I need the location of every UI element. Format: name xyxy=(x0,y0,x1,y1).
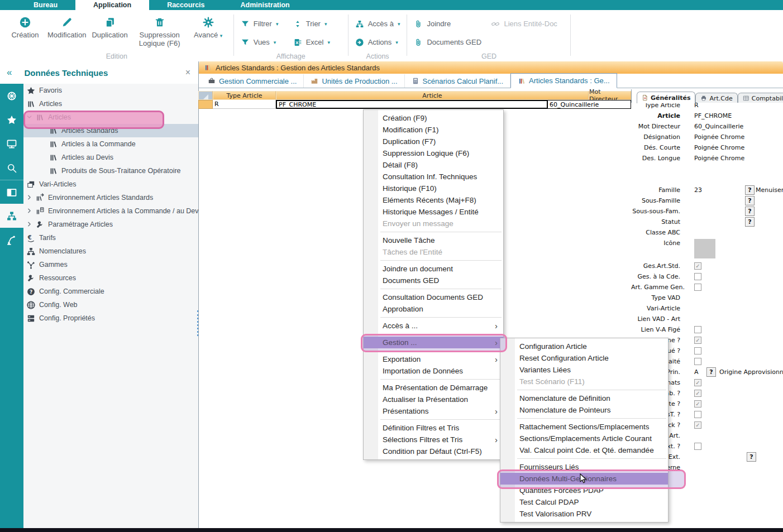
tree-item-environnement-articles-standards[interactable]: Environnement Articles Standards xyxy=(23,191,198,204)
checkbox-achats[interactable]: ✓ xyxy=(694,379,701,386)
tree-item-favoris[interactable]: Favoris xyxy=(23,84,198,97)
rail-icon-sitemap[interactable] xyxy=(0,204,23,228)
context-menu-item-acces-a[interactable]: Accès à ...› xyxy=(364,320,503,332)
grid-header-mot-directeur[interactable]: Mot Directeur xyxy=(589,91,631,100)
tree-item-articles-a-la-commande[interactable]: Articles à la Commande xyxy=(23,137,198,151)
checkbox-ges-a-la-cde[interactable] xyxy=(694,273,701,280)
grid-cell-type-article[interactable]: R xyxy=(213,100,276,109)
ribbon-button-vues[interactable]: Vues▾ xyxy=(241,38,289,47)
ribbon-button-suppression-logique-f6[interactable]: Suppression Logique (F6) xyxy=(131,12,189,49)
grid-select-all[interactable] xyxy=(198,91,213,100)
submenu-item-nomenclature-de-pointeurs[interactable]: Nomenclature de Pointeurs xyxy=(500,404,668,416)
panel-tab-art-cde[interactable]: Art.Cde xyxy=(695,93,737,103)
context-menu-item-historique-messages-entite[interactable]: Historique Messages / Entité xyxy=(364,206,503,218)
rail-icon-search[interactable] xyxy=(0,156,23,180)
close-sidebar-icon[interactable]: × xyxy=(185,68,190,78)
ribbon-button-duplication[interactable]: Duplication xyxy=(89,12,130,49)
grid-row-selector[interactable] xyxy=(198,100,213,109)
submenu-item-test-calcul-pdap[interactable]: Test Calcul PDAP xyxy=(500,496,668,508)
context-menu-item-ma-presentation-de-demarrage[interactable]: Ma Présentation de Démarrage xyxy=(364,382,503,394)
ribbon-button-modification[interactable]: Modification xyxy=(45,12,89,49)
tree-item-articles-au-devis[interactable]: Articles au Devis xyxy=(23,151,198,164)
checkbox-sst[interactable] xyxy=(694,411,701,418)
context-menu-item-gestion[interactable]: Gestion ...› xyxy=(364,337,503,348)
ribbon-button-avance[interactable]: Avancé ▾ xyxy=(189,12,228,49)
lookup-help-button[interactable]: ? xyxy=(706,367,716,377)
ribbon-button-trier[interactable]: Trier▾ xyxy=(293,20,341,28)
checkbox-onne[interactable]: ✓ xyxy=(694,337,701,344)
grid-cell-mot-directeur[interactable]: 60_Quincaillerie xyxy=(548,100,631,109)
rail-icon-wheel[interactable] xyxy=(0,84,23,108)
context-menu-item-elements-recents-maj-f8[interactable]: Eléments Récents (Maj+F8) xyxy=(364,194,503,206)
rail-icon-columns[interactable] xyxy=(0,180,23,204)
lookup-help-button[interactable]: ? xyxy=(745,185,755,195)
topbar-tab-bureau[interactable]: Bureau xyxy=(16,0,75,10)
context-menu-item-condition-par-defaut-ctrl-f5[interactable]: Condition par Défaut (Ctrl-F5) xyxy=(364,445,503,457)
ribbon-button-excel[interactable]: XExcel▾ xyxy=(293,38,341,47)
submenu-item-reset-configuration-article[interactable]: Reset Configuration Article xyxy=(500,352,668,364)
context-menu-item-modification-f1[interactable]: Modification (F1) xyxy=(364,124,503,136)
context-menu-item-definition-filtres-et-tris[interactable]: Définition Filtres et Tris xyxy=(364,422,503,434)
rail-icon-star[interactable] xyxy=(0,108,23,132)
tree-item-nomenclatures[interactable]: Nomenclatures xyxy=(23,245,198,258)
tree-item-produits-de-sous-traitance-operatoire[interactable]: Produits de Sous-Traitance Opératoire xyxy=(23,164,198,178)
rail-icon-monitor[interactable] xyxy=(0,132,23,156)
context-menu-item-creation-f9[interactable]: Création (F9) xyxy=(364,112,503,124)
topbar-tab-application[interactable]: Application xyxy=(75,0,149,10)
context-menu-item-exportation[interactable]: Exportation› xyxy=(364,353,503,365)
submenu-item-quantites-forcees-pdap[interactable]: Quantités Forcées PDAP xyxy=(500,485,668,496)
ribbon-button-joindre[interactable]: Joindre xyxy=(414,20,486,28)
submenu-item-variantes-liees[interactable]: Variantes Liées xyxy=(500,364,668,376)
submenu-item-rattachement-sections-emplacements[interactable]: Rattachement Sections/Emplacements xyxy=(500,421,668,433)
checkbox-art-gamme-gen[interactable] xyxy=(694,284,701,291)
document-tab-gestion-commerciale[interactable]: Gestion Commerciale ... xyxy=(201,74,304,88)
checkbox-fab[interactable]: ✓ xyxy=(694,390,701,397)
checkbox-rique[interactable] xyxy=(694,347,701,354)
rail-icon-robot[interactable] xyxy=(0,228,23,252)
checkbox-tock[interactable]: ✓ xyxy=(694,421,701,429)
context-menu-item-nouvelle-tache[interactable]: Nouvelle Tâche xyxy=(364,234,503,246)
panel-tab-generalites[interactable]: Généralités xyxy=(637,92,695,103)
ribbon-button-actions[interactable]: Actions▾ xyxy=(355,38,399,47)
context-menu-item-presentations[interactable]: Présentations› xyxy=(364,405,503,417)
submenu-item-donnees-multi-gestionnaires[interactable]: Données Multi-Gestionnaires xyxy=(500,473,668,485)
checkbox-ente[interactable]: ✓ xyxy=(694,400,701,408)
lookup-help-button[interactable]: ? xyxy=(745,217,755,227)
tree-item-tarifs[interactable]: €Tarifs xyxy=(23,231,198,245)
context-menu-item-suppression-logique-f6[interactable]: Suppression Logique (F6) xyxy=(364,147,503,159)
context-menu-item-actualiser-la-presentation[interactable]: Actualiser la Présentation xyxy=(364,394,503,405)
tree-item-articles-standards[interactable]: Articles Standards xyxy=(23,124,198,137)
ribbon-button-filtrer[interactable]: Filtrer▾ xyxy=(241,20,289,28)
context-menu-item-consultation-documents-ged[interactable]: Consultation Documents GED xyxy=(364,291,503,303)
context-menu-item-detail-f8[interactable]: Détail (F8) xyxy=(364,159,503,171)
ribbon-button-documents-ged[interactable]: Documents GED xyxy=(414,38,486,47)
tree-item-parametrage-articles[interactable]: Paramétrage Articles xyxy=(23,218,198,231)
checkbox-lien-v-a-fige[interactable] xyxy=(694,326,701,333)
document-tab-unites-de-production[interactable]: Unités de Production ... xyxy=(304,74,404,88)
context-menu-item-documents-ged[interactable]: Documents GED xyxy=(364,275,503,286)
context-menu-item-joindre-un-document[interactable]: Joindre un document xyxy=(364,263,503,275)
tree-item-articles[interactable]: Articles xyxy=(23,97,198,111)
submenu-item-fournisseurs-lies[interactable]: Fournisseurs Liés xyxy=(500,461,668,473)
tree-item-ressources[interactable]: Ressources xyxy=(23,271,198,285)
submenu-item-nomenclature-de-definition[interactable]: Nomenclature de Définition xyxy=(500,392,668,404)
tree-item-articles[interactable]: Articles xyxy=(23,111,198,124)
submenu-item-test-valorisation-prv[interactable]: Test Valorisation PRV xyxy=(500,508,668,520)
lookup-help-button[interactable]: ? xyxy=(745,196,755,205)
checkbox-s-traite[interactable] xyxy=(694,358,701,365)
lookup-help-button[interactable]: ? xyxy=(745,207,755,216)
context-menu-item-selections-filtres-et-tris[interactable]: Sélections Filtres et Tris› xyxy=(364,434,503,445)
document-tab-articles-standards-ge[interactable]: Articles Standards : Ge... xyxy=(510,73,617,88)
tree-item-gammes[interactable]: Gammes xyxy=(23,258,198,271)
topbar-tab-raccourcis[interactable]: Raccourcis xyxy=(149,0,222,10)
grid-cell-article[interactable]: PF_CHROME xyxy=(276,100,548,109)
tree-item-config-commerciale[interactable]: ?Config. Commerciale xyxy=(23,285,198,298)
panel-tab-comptabilite[interactable]: Comptabilité xyxy=(738,93,783,103)
collapse-sidebar-icon[interactable]: « xyxy=(7,67,12,78)
grid-header-article[interactable]: Article xyxy=(276,91,589,100)
tree-item-config-web[interactable]: Config. Web xyxy=(23,298,198,311)
submenu-item-sections-emplacements-article-courant[interactable]: Sections/Emplacements Article Courant xyxy=(500,433,668,444)
document-tab-scenarios-calcul-planif[interactable]: Scénarios Calcul Planif... xyxy=(405,74,511,88)
context-menu-item-historique-f10[interactable]: Historique (F10) xyxy=(364,183,503,194)
checkbox-ext[interactable] xyxy=(694,443,701,450)
